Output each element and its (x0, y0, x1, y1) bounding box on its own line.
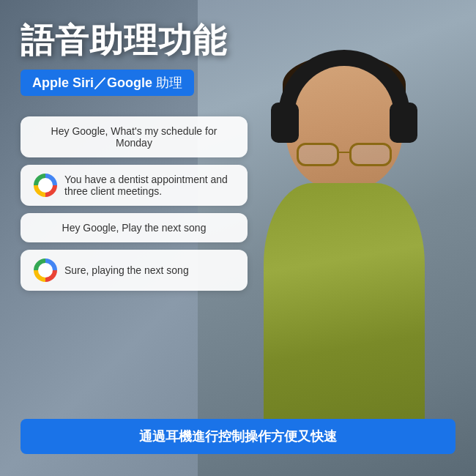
badge-suffix: 助理 (152, 75, 182, 90)
assistant-badge: Apple Siri／Google 助理 (21, 70, 194, 96)
query-text-2: Hey Google, Play the next song (62, 222, 207, 234)
badge-prefix: Apple Siri／Google (32, 75, 152, 90)
google-assistant-icon-2 (34, 259, 57, 282)
content-overlay: 語音助理功能 Apple Siri／Google 助理 Hey Google, … (0, 0, 476, 476)
response-text-2: Sure, playing the next song (64, 264, 189, 276)
response-bubble-2: Sure, playing the next song (21, 250, 248, 291)
query-bubble-1: Hey Google, What's my schedule for Monda… (21, 116, 248, 157)
query-bubble-2: Hey Google, Play the next song (21, 213, 248, 242)
page-title: 語音助理功能 (21, 22, 455, 59)
google-assistant-icon-1 (34, 174, 57, 197)
response-text-1: You have a dentist appointment and three… (64, 174, 234, 197)
footer-banner: 通過耳機進行控制操作方便又快速 (21, 419, 455, 454)
google-icon-inner-2 (38, 263, 53, 278)
response-bubble-1: You have a dentist appointment and three… (21, 165, 248, 206)
footer-text: 通過耳機進行控制操作方便又快速 (139, 429, 337, 444)
query-text-1: Hey Google, What's my schedule for Monda… (51, 125, 217, 149)
google-icon-inner-1 (38, 178, 53, 193)
